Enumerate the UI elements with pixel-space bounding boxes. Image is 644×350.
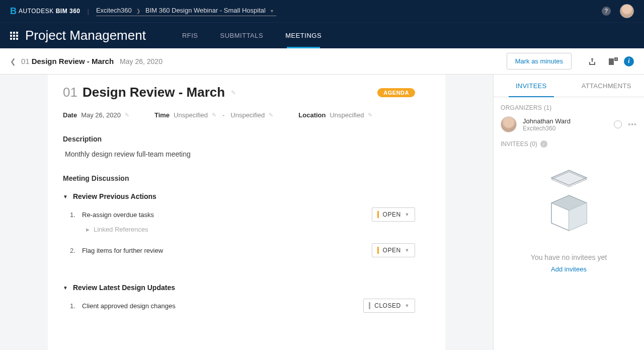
- meeting-title: Design Review - March: [83, 85, 225, 100]
- add-invitees-link[interactable]: Add invitees: [551, 265, 587, 273]
- organizer-name: Johnathan Ward: [523, 117, 608, 125]
- svg-text:+: +: [615, 57, 617, 61]
- chevron-right-icon: ❯: [136, 8, 140, 14]
- location-label: Location: [298, 111, 326, 119]
- chevron-down-icon: ▾: [271, 8, 273, 14]
- chevron-down-icon: ▼: [405, 212, 410, 217]
- discussion-item: 1. Re-assign overdue tasks OPEN ▼: [70, 207, 415, 222]
- status-dropdown[interactable]: CLOSED ▼: [363, 299, 415, 313]
- tab-rfis[interactable]: RFIS: [171, 23, 209, 48]
- chevron-down-icon: ▼: [405, 303, 410, 308]
- status-badge: AGENDA: [377, 88, 415, 97]
- info-icon[interactable]: i: [624, 56, 634, 66]
- discussion-item: 2. Flag items for further review OPEN ▼: [70, 243, 415, 257]
- brand-logo: B: [10, 6, 17, 17]
- more-options-icon[interactable]: •••: [628, 120, 637, 128]
- item-number: 1.: [70, 302, 82, 310]
- date-label: Date: [63, 111, 77, 119]
- status-label: OPEN: [383, 211, 401, 218]
- topic-title: Review Latest Design Updates: [73, 284, 175, 292]
- help-icon[interactable]: ?: [602, 7, 611, 16]
- status-label: OPEN: [383, 247, 401, 254]
- collapse-icon[interactable]: ▼: [63, 285, 68, 291]
- tab-invitees[interactable]: INVITEES: [494, 75, 569, 97]
- breadcrumb-project: BIM 360 Design Webinar - Small Hospital: [145, 7, 266, 14]
- description-text: Monthly design review full-team meeting: [65, 150, 415, 158]
- svg-marker-3: [551, 170, 587, 185]
- user-avatar[interactable]: [620, 4, 634, 18]
- edit-time-end-icon[interactable]: ✎: [269, 112, 273, 118]
- description-heading: Description: [63, 135, 415, 143]
- discussion-item: 1. Client approved design changes CLOSED…: [70, 299, 415, 313]
- time-label: Time: [154, 111, 170, 119]
- empty-state-illustration: [546, 168, 592, 238]
- organizers-heading: ORGANIZERS (1): [501, 104, 637, 111]
- meeting-number: 01: [63, 85, 77, 100]
- edit-time-start-icon[interactable]: ✎: [212, 112, 216, 118]
- date-value: May 26, 2020: [81, 111, 121, 119]
- status-dropdown[interactable]: OPEN ▼: [372, 207, 415, 222]
- edit-location-icon[interactable]: ✎: [368, 112, 372, 118]
- organizer-avatar: [501, 116, 517, 132]
- breadcrumb-org: Excitech360: [96, 7, 132, 14]
- follow-up-icon[interactable]: +: [608, 56, 619, 67]
- expand-icon: ▶: [86, 227, 90, 232]
- collapse-icon[interactable]: ▼: [63, 194, 68, 199]
- info-icon[interactable]: i: [540, 141, 547, 148]
- app-switcher-icon[interactable]: [10, 32, 18, 40]
- svg-rect-0: [609, 58, 614, 65]
- organizer-company: Excitech360: [523, 125, 608, 132]
- tab-meetings[interactable]: MEETINGS: [274, 23, 333, 48]
- export-icon[interactable]: [587, 56, 598, 67]
- invitees-heading: INVITEES (0): [501, 141, 537, 148]
- breadcrumb[interactable]: Excitech360 ❯ BIM 360 Design Webinar - S…: [96, 7, 276, 16]
- item-number: 1.: [70, 211, 82, 219]
- module-title: Project Management: [25, 28, 146, 43]
- topic-title: Review Previous Actions: [73, 192, 156, 200]
- edit-date-icon[interactable]: ✎: [125, 112, 129, 118]
- page-title: Design Review - March: [32, 57, 114, 65]
- item-number: 2.: [70, 247, 82, 254]
- time-end-value: Unspecified: [230, 111, 265, 119]
- mark-as-minutes-button[interactable]: Mark as minutes: [507, 53, 572, 69]
- location-value: Unspecified: [330, 111, 364, 119]
- organizer-row: Johnathan Ward Excitech360 •••: [501, 116, 637, 132]
- edit-title-icon[interactable]: ✎: [231, 89, 236, 96]
- back-button[interactable]: ❮: [10, 57, 16, 65]
- tab-attachments[interactable]: ATTACHMENTS: [569, 75, 645, 97]
- time-start-value: Unspecified: [174, 111, 208, 119]
- discussion-heading: Meeting Discussion: [63, 174, 415, 182]
- empty-state-message: You have no invitees yet: [531, 253, 607, 261]
- page-number: 01: [21, 57, 30, 65]
- brand-name: AUTODESK BIM 360: [19, 8, 80, 15]
- attendance-toggle[interactable]: [614, 120, 622, 128]
- item-text: Re-assign overdue tasks: [82, 211, 372, 219]
- item-text: Client approved design changes: [82, 302, 363, 310]
- status-dropdown[interactable]: OPEN ▼: [372, 243, 415, 257]
- chevron-down-icon: ▼: [405, 248, 410, 253]
- tab-submittals[interactable]: SUBMITTALS: [209, 23, 275, 48]
- separator: |: [88, 8, 89, 15]
- item-text: Flag items for further review: [82, 247, 372, 254]
- linked-references[interactable]: ▶Linked References: [86, 226, 415, 233]
- status-label: CLOSED: [374, 302, 400, 309]
- page-date: May 26, 2020: [120, 57, 163, 65]
